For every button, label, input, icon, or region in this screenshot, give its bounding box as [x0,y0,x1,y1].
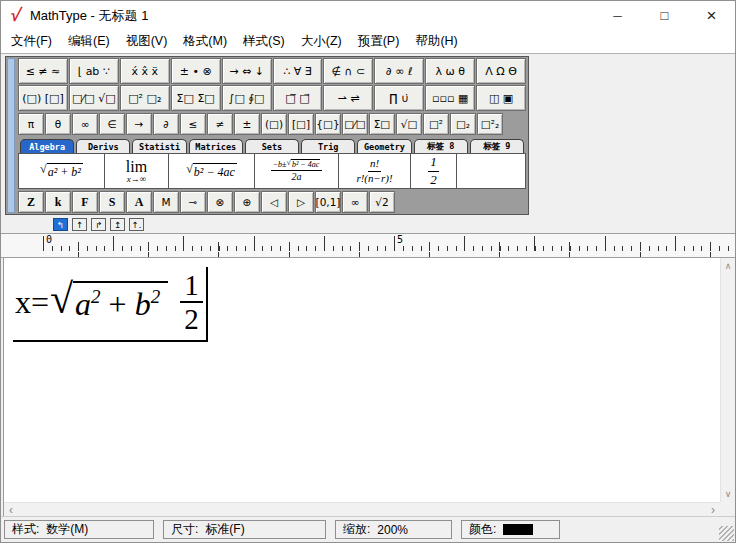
template-sqrt-a2-plus-b2[interactable]: √a² + b² [19,154,105,188]
user-symbol-button[interactable]: ⊗ [207,191,233,213]
template-palette-button[interactable]: Σ□ Σ□ [171,85,221,111]
palette-tab[interactable]: Derivs [76,139,130,153]
small-symbol-button[interactable]: ∈ [99,113,125,135]
palette-tab[interactable]: 标签 9 [470,139,524,153]
user-symbol-button[interactable]: [0,1] [315,191,341,213]
small-symbol-button[interactable]: □²₂ [477,113,503,135]
user-symbol-button[interactable]: F [72,191,98,213]
tabstop-button[interactable]: ↥ [110,218,125,231]
status-color-panel[interactable]: 颜色: [461,520,560,539]
template-palette-button[interactable]: ⇀ ⇌ [323,85,373,111]
equation-canvas[interactable]: x= √ a2 + b2 1 2 ∧ ∨ ‹ › [3,258,735,516]
template-palette-button[interactable]: ◫ ▣ [476,85,526,111]
symbol-palette-button[interactable]: → ⇔ ↓ [222,58,272,84]
horizontal-scrollbar[interactable]: ‹ › [4,502,720,516]
resize-grip[interactable] [719,526,734,541]
small-symbol-button[interactable]: (□) [261,113,287,135]
template-palette-button[interactable]: □⁄□ √□ [69,85,119,111]
small-symbol-button[interactable]: ± [234,113,260,135]
status-zoom-panel[interactable]: 缩放: 200% [335,520,452,539]
user-symbol-button[interactable]: ⊸ [180,191,206,213]
small-symbol-button[interactable]: ≤ [180,113,206,135]
palette-tab[interactable]: Geometry [357,139,411,153]
small-symbol-button[interactable]: □² [423,113,449,135]
small-symbol-button[interactable]: θ [45,113,71,135]
small-symbol-button[interactable]: □⁄□ [342,113,368,135]
template-palette-button[interactable]: ∫□ ∮□ [222,85,272,111]
user-symbol-button[interactable]: ◁ [261,191,287,213]
symbol-palette-button[interactable]: Λ Ω Θ [476,58,526,84]
menu-item[interactable]: 编辑(E) [60,31,118,52]
status-size-panel[interactable]: 尺寸: 标准(F) [163,520,326,539]
menu-item[interactable]: 文件(F) [3,31,60,52]
template-palette-row-2: (□) [□]□⁄□ √□□² □₂Σ□ Σ□∫□ ∮□□̅ □⃗⇀ ⇌∏̇ ∪… [18,85,526,111]
symbol-palette-button[interactable]: x́ x̂ ẍ [120,58,170,84]
menu-item[interactable]: 样式(S) [235,31,293,52]
template-palette-button[interactable]: □̅ □⃗ [273,85,323,111]
tabstop-button[interactable]: ↰ [53,218,68,231]
symbol-palette-button[interactable]: ± • ⊗ [171,58,221,84]
maximize-button[interactable]: □ [641,1,688,30]
mathtype-logo-icon: √ [9,5,23,26]
user-symbol-button[interactable]: ⊕ [234,191,260,213]
template-combination[interactable]: n!r!(n−r)! [339,154,411,188]
small-symbol-button[interactable]: [□] [288,113,314,135]
user-symbol-button[interactable]: Z [18,191,44,213]
tabstop-button[interactable]: ↱ [91,218,106,231]
small-symbol-button[interactable]: □₂ [450,113,476,135]
small-symbol-button[interactable]: √□ [396,113,422,135]
toolbar-drag-handle[interactable] [7,58,15,213]
scroll-down-icon[interactable]: ∨ [725,489,732,499]
equation[interactable]: x= √ a2 + b2 1 2 [13,267,208,342]
tabstop-button[interactable]: ↑ [72,218,87,231]
palette-tab[interactable]: Trig [301,139,355,153]
small-symbol-button[interactable]: ≠ [207,113,233,135]
scroll-up-icon[interactable]: ∧ [725,261,732,271]
palette-tab[interactable]: 标签 8 [414,139,468,153]
palette-tab[interactable]: Algebra [20,139,74,153]
palette-tab[interactable]: Sets [245,139,299,153]
user-symbol-button[interactable]: A [126,191,152,213]
palette-tab[interactable]: Statisti [132,139,186,153]
user-symbol-button[interactable]: √2 [369,191,395,213]
user-symbol-button[interactable]: ▷ [288,191,314,213]
small-symbol-button[interactable]: → [126,113,152,135]
menu-item[interactable]: 预置(P) [350,31,408,52]
menu-item[interactable]: 大小(Z) [293,31,350,52]
ruler[interactable]: 0 5 [1,233,735,258]
symbol-palette-button[interactable]: ≤ ≠ ≈ [18,58,68,84]
template-palette-button[interactable]: □² □₂ [120,85,170,111]
menu-item[interactable]: 视图(V) [118,31,176,52]
status-style-panel[interactable]: 样式: 数学(M) [4,520,154,539]
user-symbol-button[interactable]: S [99,191,125,213]
user-symbol-button[interactable]: k [45,191,71,213]
symbol-palette-button[interactable]: ⌊ ab ∵ [69,58,119,84]
template-palette-button[interactable]: ▫▫▫ ▦ [425,85,475,111]
minimize-button[interactable]: ─ [594,1,641,30]
scroll-right-icon[interactable]: › [711,503,715,517]
small-symbol-button[interactable]: ∞ [72,113,98,135]
template-quadratic-formula[interactable]: −b±√b² − 4ac2a [255,154,339,188]
vertical-scrollbar[interactable]: ∧ ∨ [720,258,735,502]
symbol-palette-button[interactable]: λ ω θ [425,58,475,84]
small-symbol-button[interactable]: Σ□ [369,113,395,135]
template-limit[interactable]: limx→∞ [105,154,169,188]
symbol-palette-button[interactable]: ∉ ∩ ⊂ [323,58,373,84]
close-button[interactable]: × [688,1,735,30]
template-sqrt-discriminant[interactable]: √b² − 4ac [169,154,255,188]
palette-tab[interactable]: Matrices [189,139,243,153]
template-one-half[interactable]: 12 [411,154,457,188]
small-symbol-button[interactable]: π [18,113,44,135]
symbol-palette-button[interactable]: ∂ ∞ ℓ [374,58,424,84]
scroll-left-icon[interactable]: ‹ [9,503,13,517]
tabstop-button[interactable]: ↑. [129,218,144,231]
user-symbol-button[interactable]: ∞ [342,191,368,213]
template-palette-button[interactable]: (□) [□] [18,85,68,111]
small-symbol-button[interactable]: ∂ [153,113,179,135]
menu-item[interactable]: 格式(M) [175,31,235,52]
user-symbol-button[interactable]: M [153,191,179,213]
template-palette-button[interactable]: ∏̇ ∪̇ [374,85,424,111]
small-symbol-button[interactable]: {□} [315,113,341,135]
menu-item[interactable]: 帮助(H) [407,31,465,52]
symbol-palette-button[interactable]: ∴ ∀ ∃ [273,58,323,84]
